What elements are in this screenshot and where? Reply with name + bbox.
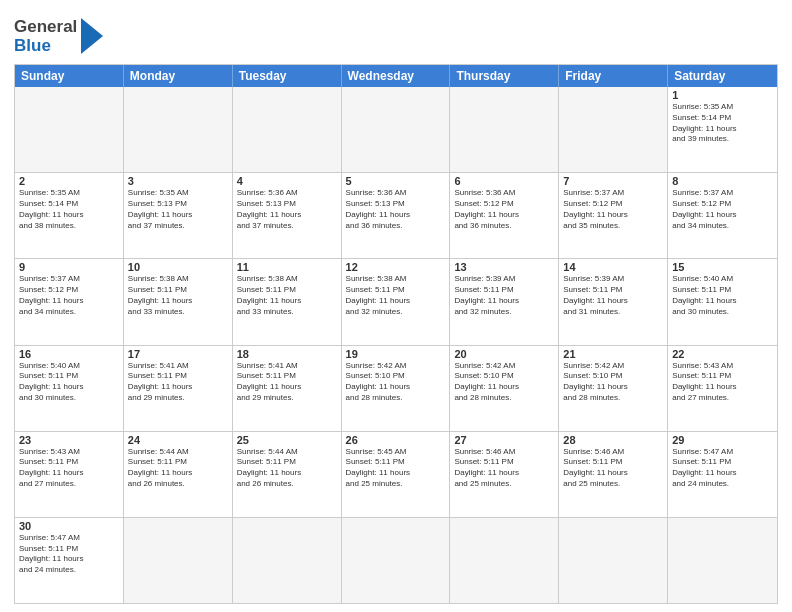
day-info: Sunrise: 5:35 AM Sunset: 5:14 PM Dayligh… [672,102,773,145]
logo-general-text: General [14,18,77,37]
day-number: 15 [672,261,773,273]
day-cell: 7Sunrise: 5:37 AM Sunset: 5:12 PM Daylig… [559,173,668,258]
day-number: 19 [346,348,446,360]
day-info: Sunrise: 5:42 AM Sunset: 5:10 PM Dayligh… [563,361,663,404]
day-headers: SundayMondayTuesdayWednesdayThursdayFrid… [15,65,777,87]
day-cell: 29Sunrise: 5:47 AM Sunset: 5:11 PM Dayli… [668,432,777,517]
day-info: Sunrise: 5:44 AM Sunset: 5:11 PM Dayligh… [128,447,228,490]
day-info: Sunrise: 5:45 AM Sunset: 5:11 PM Dayligh… [346,447,446,490]
day-cell: 18Sunrise: 5:41 AM Sunset: 5:11 PM Dayli… [233,346,342,431]
day-cell: 2Sunrise: 5:35 AM Sunset: 5:14 PM Daylig… [15,173,124,258]
day-cell: 20Sunrise: 5:42 AM Sunset: 5:10 PM Dayli… [450,346,559,431]
day-info: Sunrise: 5:37 AM Sunset: 5:12 PM Dayligh… [19,274,119,317]
day-cell: 5Sunrise: 5:36 AM Sunset: 5:13 PM Daylig… [342,173,451,258]
day-header-tuesday: Tuesday [233,65,342,87]
day-cell [342,518,451,603]
day-cell [15,87,124,172]
day-number: 7 [563,175,663,187]
day-cell: 12Sunrise: 5:38 AM Sunset: 5:11 PM Dayli… [342,259,451,344]
day-cell [559,87,668,172]
day-cell: 21Sunrise: 5:42 AM Sunset: 5:10 PM Dayli… [559,346,668,431]
day-number: 1 [672,89,773,101]
day-number: 13 [454,261,554,273]
weeks: 1Sunrise: 5:35 AM Sunset: 5:14 PM Daylig… [15,87,777,603]
day-number: 17 [128,348,228,360]
day-cell: 14Sunrise: 5:39 AM Sunset: 5:11 PM Dayli… [559,259,668,344]
day-cell: 15Sunrise: 5:40 AM Sunset: 5:11 PM Dayli… [668,259,777,344]
day-info: Sunrise: 5:36 AM Sunset: 5:13 PM Dayligh… [346,188,446,231]
day-header-wednesday: Wednesday [342,65,451,87]
logo-icon: General Blue [14,16,103,58]
day-cell [124,87,233,172]
day-cell: 1Sunrise: 5:35 AM Sunset: 5:14 PM Daylig… [668,87,777,172]
day-info: Sunrise: 5:35 AM Sunset: 5:14 PM Dayligh… [19,188,119,231]
day-number: 20 [454,348,554,360]
day-header-sunday: Sunday [15,65,124,87]
day-cell: 16Sunrise: 5:40 AM Sunset: 5:11 PM Dayli… [15,346,124,431]
day-cell: 8Sunrise: 5:37 AM Sunset: 5:12 PM Daylig… [668,173,777,258]
day-header-monday: Monday [124,65,233,87]
day-number: 30 [19,520,119,532]
day-info: Sunrise: 5:38 AM Sunset: 5:11 PM Dayligh… [237,274,337,317]
week-row-0: 1Sunrise: 5:35 AM Sunset: 5:14 PM Daylig… [15,87,777,172]
day-number: 2 [19,175,119,187]
day-info: Sunrise: 5:40 AM Sunset: 5:11 PM Dayligh… [19,361,119,404]
calendar: SundayMondayTuesdayWednesdayThursdayFrid… [14,64,778,604]
day-info: Sunrise: 5:38 AM Sunset: 5:11 PM Dayligh… [346,274,446,317]
day-cell: 23Sunrise: 5:43 AM Sunset: 5:11 PM Dayli… [15,432,124,517]
day-cell: 26Sunrise: 5:45 AM Sunset: 5:11 PM Dayli… [342,432,451,517]
day-number: 28 [563,434,663,446]
svg-marker-0 [81,18,103,54]
day-number: 12 [346,261,446,273]
day-cell: 27Sunrise: 5:46 AM Sunset: 5:11 PM Dayli… [450,432,559,517]
day-info: Sunrise: 5:37 AM Sunset: 5:12 PM Dayligh… [672,188,773,231]
day-number: 8 [672,175,773,187]
day-number: 6 [454,175,554,187]
day-number: 25 [237,434,337,446]
page: General Blue SundayMondayTuesdayWednesda… [0,0,792,612]
day-info: Sunrise: 5:41 AM Sunset: 5:11 PM Dayligh… [237,361,337,404]
week-row-5: 30Sunrise: 5:47 AM Sunset: 5:11 PM Dayli… [15,517,777,603]
day-info: Sunrise: 5:40 AM Sunset: 5:11 PM Dayligh… [672,274,773,317]
day-cell: 17Sunrise: 5:41 AM Sunset: 5:11 PM Dayli… [124,346,233,431]
day-cell [233,518,342,603]
day-info: Sunrise: 5:35 AM Sunset: 5:13 PM Dayligh… [128,188,228,231]
day-cell: 25Sunrise: 5:44 AM Sunset: 5:11 PM Dayli… [233,432,342,517]
day-info: Sunrise: 5:41 AM Sunset: 5:11 PM Dayligh… [128,361,228,404]
day-cell: 3Sunrise: 5:35 AM Sunset: 5:13 PM Daylig… [124,173,233,258]
day-cell [559,518,668,603]
day-info: Sunrise: 5:38 AM Sunset: 5:11 PM Dayligh… [128,274,228,317]
day-number: 24 [128,434,228,446]
day-number: 3 [128,175,228,187]
day-info: Sunrise: 5:37 AM Sunset: 5:12 PM Dayligh… [563,188,663,231]
day-info: Sunrise: 5:39 AM Sunset: 5:11 PM Dayligh… [454,274,554,317]
day-cell: 28Sunrise: 5:46 AM Sunset: 5:11 PM Dayli… [559,432,668,517]
day-header-saturday: Saturday [668,65,777,87]
day-number: 11 [237,261,337,273]
day-cell: 9Sunrise: 5:37 AM Sunset: 5:12 PM Daylig… [15,259,124,344]
day-info: Sunrise: 5:42 AM Sunset: 5:10 PM Dayligh… [346,361,446,404]
day-number: 5 [346,175,446,187]
day-number: 27 [454,434,554,446]
day-cell [450,518,559,603]
header: General Blue [14,10,778,58]
day-cell [233,87,342,172]
day-cell [450,87,559,172]
week-row-3: 16Sunrise: 5:40 AM Sunset: 5:11 PM Dayli… [15,345,777,431]
week-row-1: 2Sunrise: 5:35 AM Sunset: 5:14 PM Daylig… [15,172,777,258]
day-number: 4 [237,175,337,187]
day-cell: 24Sunrise: 5:44 AM Sunset: 5:11 PM Dayli… [124,432,233,517]
logo-triangle-icon [81,18,103,58]
day-info: Sunrise: 5:43 AM Sunset: 5:11 PM Dayligh… [19,447,119,490]
logo: General Blue [14,14,103,58]
logo-word: General Blue [14,18,77,55]
day-number: 9 [19,261,119,273]
day-info: Sunrise: 5:36 AM Sunset: 5:13 PM Dayligh… [237,188,337,231]
day-number: 26 [346,434,446,446]
day-cell [342,87,451,172]
day-header-thursday: Thursday [450,65,559,87]
day-cell [668,518,777,603]
week-row-4: 23Sunrise: 5:43 AM Sunset: 5:11 PM Dayli… [15,431,777,517]
day-cell: 22Sunrise: 5:43 AM Sunset: 5:11 PM Dayli… [668,346,777,431]
day-info: Sunrise: 5:47 AM Sunset: 5:11 PM Dayligh… [672,447,773,490]
